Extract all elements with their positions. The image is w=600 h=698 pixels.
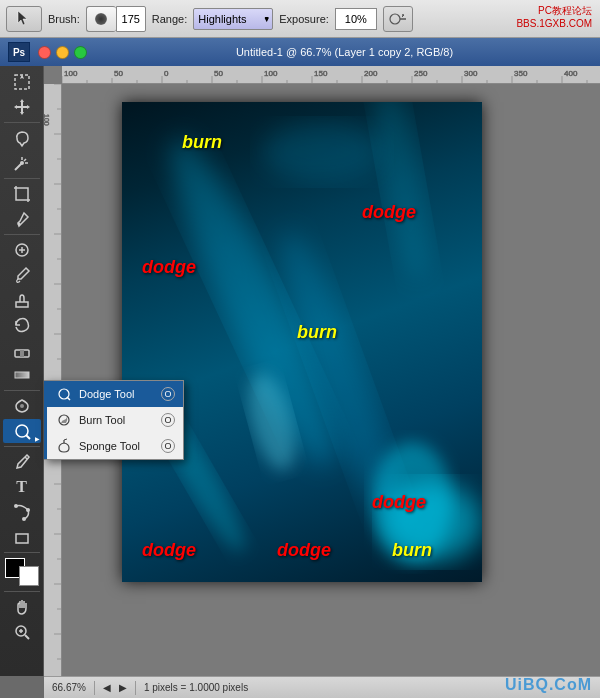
separator-4 — [4, 390, 40, 391]
gradient-icon — [12, 365, 32, 385]
brush-icon — [12, 265, 32, 285]
history-icon — [12, 315, 32, 335]
tool-healer[interactable] — [3, 238, 41, 262]
minimize-btn[interactable] — [56, 46, 69, 59]
tool-brush[interactable] — [3, 263, 41, 287]
tool-hand[interactable] — [3, 595, 41, 619]
top-watermark: PC教程论坛 BBS.1GXB.COM — [512, 2, 596, 32]
svg-line-101 — [67, 397, 70, 400]
svg-point-0 — [390, 14, 400, 24]
main-toolbar: Brush: 175 Range: Shadows Midtones Highl… — [0, 0, 600, 38]
tool-dodge[interactable]: ▶ — [3, 419, 41, 443]
tool-lasso[interactable] — [3, 126, 41, 150]
tool-crop[interactable] — [3, 182, 41, 206]
tool-shape[interactable] — [3, 525, 41, 549]
tool-blur[interactable] — [3, 394, 41, 418]
label-dodge-4: dodge — [142, 540, 196, 561]
watermark: UiBQ.CoM — [505, 676, 592, 694]
tool-arrow: ▶ — [35, 435, 40, 442]
image-canvas[interactable]: burn dodge dodge burn burn dodge dodge d… — [122, 102, 482, 582]
close-btn[interactable] — [38, 46, 51, 59]
label-dodge-2: dodge — [142, 257, 196, 278]
label-burn-1: burn — [182, 132, 222, 153]
svg-text:250: 250 — [414, 69, 428, 78]
svg-rect-14 — [16, 302, 28, 307]
tool-pen[interactable] — [3, 450, 41, 474]
hand-icon — [12, 597, 32, 617]
magic-wand-icon — [12, 153, 32, 173]
cursor-tool-btn[interactable] — [6, 6, 42, 32]
label-burn-4: burn — [392, 540, 432, 561]
svg-point-10 — [17, 223, 20, 226]
svg-text:400: 400 — [564, 69, 578, 78]
cursor-icon — [14, 9, 34, 29]
tool-history[interactable] — [3, 313, 41, 337]
tool-zoom[interactable] — [3, 620, 41, 644]
window-controls — [38, 46, 87, 59]
flyout-burn[interactable]: Burn Tool O — [45, 407, 183, 433]
svg-point-17 — [20, 404, 24, 408]
tool-magic-wand[interactable] — [3, 151, 41, 175]
range-dropdown[interactable]: Shadows Midtones Highlights — [193, 8, 273, 30]
brush-preview[interactable] — [86, 6, 116, 32]
label-dodge-5: dodge — [277, 540, 331, 561]
svg-text:50: 50 — [114, 69, 123, 78]
ps-window: Ps Untitled-1 @ 66.7% (Layer 1 copy 2, R… — [0, 38, 600, 698]
ps-titlebar: Ps Untitled-1 @ 66.7% (Layer 1 copy 2, R… — [0, 38, 600, 66]
tool-eraser[interactable] — [3, 338, 41, 362]
maximize-btn[interactable] — [74, 46, 87, 59]
svg-text:200: 200 — [364, 69, 378, 78]
watermark-line1: PC教程论坛 — [516, 4, 592, 17]
burn-label: Burn Tool — [79, 414, 155, 426]
svg-text:300: 300 — [464, 69, 478, 78]
tool-selection[interactable] — [3, 70, 41, 94]
crop-icon — [12, 184, 32, 204]
tool-text[interactable]: T — [3, 475, 41, 499]
label-dodge-1: dodge — [362, 202, 416, 223]
separator-1 — [4, 122, 40, 123]
flyout-indicator — [44, 381, 47, 459]
zoom-level: 66.67% — [52, 682, 86, 693]
brush-size[interactable]: 175 — [116, 6, 146, 32]
ruler-top: /* ruler ticks handled by SVG text */ 10… — [62, 66, 600, 84]
flyout-sponge[interactable]: Sponge Tool O — [45, 433, 183, 459]
tool-pathsel[interactable] — [3, 500, 41, 524]
selection-icon — [12, 72, 32, 92]
brush-selector[interactable]: 175 — [86, 6, 146, 32]
tool-move[interactable] — [3, 95, 41, 119]
tool-gradient[interactable] — [3, 363, 41, 387]
svg-line-26 — [25, 635, 29, 639]
dodge-key: O — [161, 387, 175, 401]
tool-stamp[interactable] — [3, 288, 41, 312]
svg-rect-24 — [16, 534, 28, 543]
svg-line-19 — [26, 435, 30, 439]
eyedropper-icon — [12, 209, 32, 229]
svg-rect-16 — [15, 372, 29, 378]
range-selector[interactable]: Shadows Midtones Highlights ▼ — [193, 8, 273, 30]
tool-eyedropper[interactable] — [3, 207, 41, 231]
svg-text:100: 100 — [264, 69, 278, 78]
separator-6 — [4, 552, 40, 553]
dodge-label: Dodge Tool — [79, 388, 155, 400]
nav-arrow-left[interactable]: ◀ — [103, 682, 111, 693]
ps-logo: Ps — [8, 42, 30, 62]
svg-point-96 — [365, 102, 439, 284]
svg-point-99 — [262, 122, 382, 182]
fg-bg-colors[interactable] — [5, 558, 39, 586]
window-title: Untitled-1 @ 66.7% (Layer 1 copy 2, RGB/… — [97, 46, 592, 58]
dodge-icon — [12, 421, 32, 441]
svg-line-8 — [24, 159, 26, 161]
flyout-dodge[interactable]: Dodge Tool O — [45, 381, 183, 407]
eraser-icon — [12, 340, 32, 360]
sponge-label: Sponge Tool — [79, 440, 155, 452]
svg-text:100: 100 — [64, 69, 78, 78]
pixel-info: 1 pixels = 1.0000 pixels — [144, 682, 248, 693]
exposure-input[interactable] — [335, 8, 377, 30]
status-sep2 — [135, 681, 136, 695]
svg-text:0: 0 — [164, 69, 169, 78]
exposure-label: Exposure: — [279, 13, 329, 25]
nav-arrow-right[interactable]: ▶ — [119, 682, 127, 693]
pen-icon — [12, 452, 32, 472]
airbrush-btn[interactable] — [383, 6, 413, 32]
bg-color[interactable] — [19, 566, 39, 586]
